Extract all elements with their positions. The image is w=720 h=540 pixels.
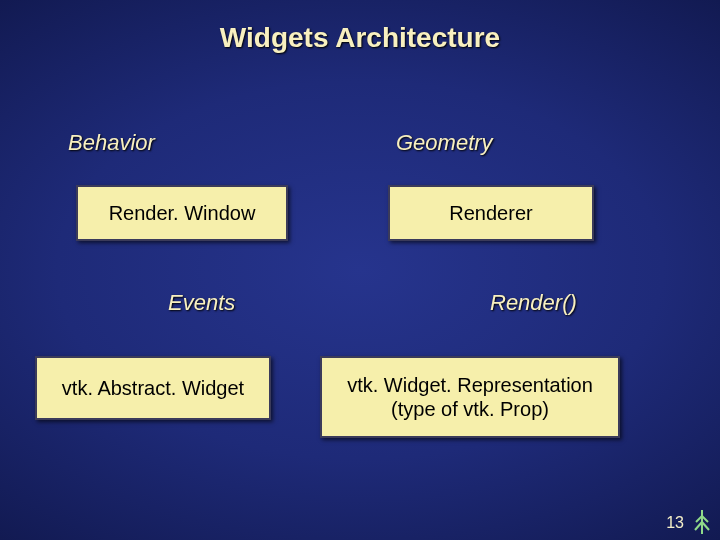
column-label-behavior: Behavior bbox=[68, 130, 155, 156]
page-number: 13 bbox=[666, 514, 684, 532]
box-widget-representation: vtk. Widget. Representation (type of vtk… bbox=[320, 356, 620, 438]
slide: Widgets Architecture Behavior Geometry R… bbox=[0, 0, 720, 540]
widget-representation-line2: (type of vtk. Prop) bbox=[391, 397, 549, 421]
slide-title: Widgets Architecture bbox=[0, 22, 720, 54]
arrow-label-events: Events bbox=[168, 290, 235, 316]
widget-representation-line1: vtk. Widget. Representation bbox=[347, 373, 593, 397]
corner-logo-icon bbox=[688, 508, 716, 536]
arrow-label-render: Render() bbox=[490, 290, 577, 316]
box-render-window: Render. Window bbox=[76, 185, 288, 241]
box-abstract-widget: vtk. Abstract. Widget bbox=[35, 356, 271, 420]
column-label-geometry: Geometry bbox=[396, 130, 493, 156]
box-renderer: Renderer bbox=[388, 185, 594, 241]
